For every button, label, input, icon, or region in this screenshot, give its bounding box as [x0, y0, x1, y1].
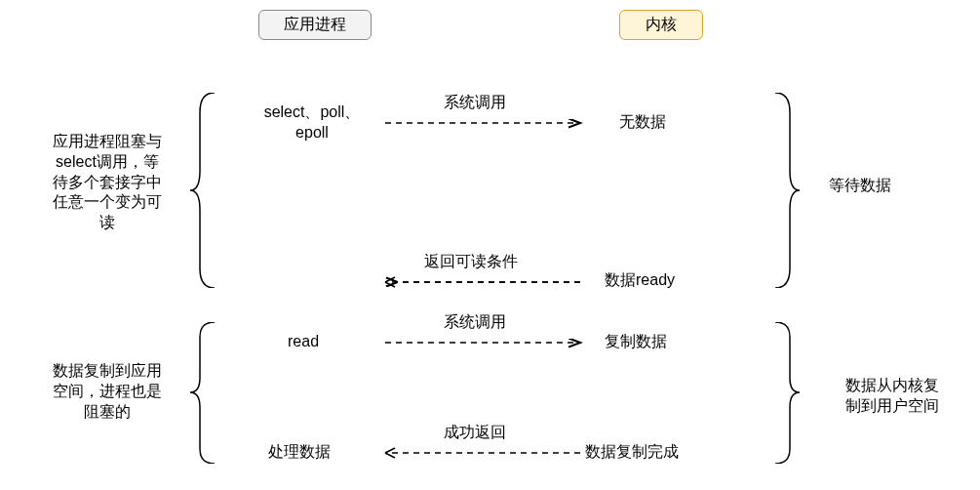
brace-left-2 [190, 322, 219, 464]
app-state-read: read [288, 332, 319, 352]
arrow-4-left [385, 445, 590, 461]
right-phase-label-2: 数据从内核复 制到用户空间 [829, 376, 956, 417]
arrow-2-left [385, 274, 590, 290]
arrow-label-4: 成功返回 [444, 423, 506, 443]
kernel-state-copy: 复制数据 [605, 332, 667, 352]
arrow-label-2: 返回可读条件 [424, 252, 518, 272]
left-desc-block-2: 数据复制到应用 空间，进程也是 阻塞的 [29, 361, 185, 422]
brace-right-2 [770, 322, 800, 464]
brace-left-1 [190, 93, 219, 288]
arrow-label-3: 系统调用 [444, 312, 506, 333]
app-state-process-data: 处理数据 [268, 442, 331, 463]
arrow-3-right [385, 335, 590, 350]
kernel-state-copydone: 数据复制完成 [585, 442, 679, 463]
app-state-select: select、poll、 epoll [234, 102, 390, 143]
right-phase-label-1: 等待数据 [829, 176, 891, 196]
header-app-process-box: 应用进程 [258, 10, 372, 40]
kernel-state-dataready: 数据ready [605, 270, 675, 291]
left-desc-block-1: 应用进程阻塞与 select调用，等 待多个套接字中 任意一个变为可 读 [29, 132, 185, 233]
arrow-label-1: 系统调用 [444, 93, 506, 113]
header-kernel-box: 内核 [619, 10, 703, 40]
arrow-1-right [385, 115, 590, 131]
brace-right-1 [770, 93, 800, 288]
kernel-state-nodata: 无数据 [619, 112, 666, 133]
